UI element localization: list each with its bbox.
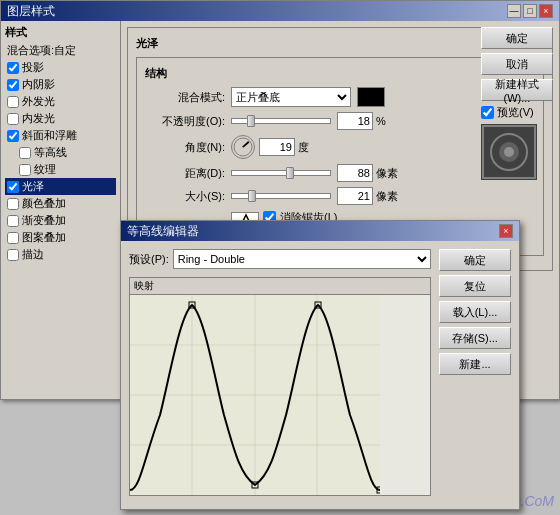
angle-row: 角度(N): 度 <box>145 135 535 159</box>
sub-new-button[interactable]: 新建... <box>439 353 511 375</box>
maximize-button[interactable]: □ <box>523 4 537 18</box>
new-style-button[interactable]: 新建样式(W)... <box>481 79 553 101</box>
style-item-color-overlay[interactable]: 颜色叠加 <box>5 195 116 212</box>
texture-label: 纹理 <box>34 162 56 177</box>
style-item-waifaguang[interactable]: 外发光 <box>5 93 116 110</box>
size-row: 大小(S): 像素 <box>145 187 535 205</box>
svg-point-0 <box>234 138 252 156</box>
pattern-overlay-checkbox[interactable] <box>7 232 19 244</box>
touying-label: 投影 <box>22 60 44 75</box>
svg-point-6 <box>504 147 514 157</box>
ok-button[interactable]: 确定 <box>481 27 553 49</box>
size-unit: 像素 <box>376 189 398 204</box>
angle-label: 角度(N): <box>145 140 225 155</box>
style-item-touying[interactable]: 投影 <box>5 59 116 76</box>
contour-checkbox[interactable] <box>19 147 31 159</box>
mapping-label: 映射 <box>130 278 430 295</box>
style-item-pattern-overlay[interactable]: 图案叠加 <box>5 229 116 246</box>
preset-select[interactable]: Ring - Double <box>173 249 431 269</box>
preset-label: 预设(P): <box>129 252 169 267</box>
curve-canvas[interactable] <box>130 295 380 495</box>
mixed-options-label: 混合选项:自定 <box>7 43 76 58</box>
opacity-unit: % <box>376 115 386 127</box>
stroke-checkbox[interactable] <box>7 249 19 261</box>
style-item-neifaguang[interactable]: 内发光 <box>5 110 116 127</box>
right-buttons: 确定 取消 新建样式(W)... 预览(V) <box>481 27 553 180</box>
waifaguang-checkbox[interactable] <box>7 96 19 108</box>
sub-load-button[interactable]: 载入(L)... <box>439 301 511 323</box>
stroke-label: 描边 <box>22 247 44 262</box>
sub-dialog-body: 预设(P): Ring - Double 映射 <box>121 241 519 504</box>
preview-checkbox[interactable] <box>481 106 494 119</box>
minimize-button[interactable]: — <box>507 4 521 18</box>
svg-line-1 <box>243 142 249 147</box>
contour-label: 等高线 <box>34 145 67 160</box>
touying-checkbox[interactable] <box>7 62 19 74</box>
size-slider[interactable] <box>231 193 331 199</box>
preview-label: 预览(V) <box>497 105 534 120</box>
mixed-options-item[interactable]: 混合选项:自定 <box>5 42 116 59</box>
distance-unit: 像素 <box>376 166 398 181</box>
gloss-label: 光泽 <box>22 179 44 194</box>
neifaguang-label: 内发光 <box>22 111 55 126</box>
angle-unit: 度 <box>298 140 309 155</box>
angle-input[interactable] <box>259 138 295 156</box>
pattern-overlay-label: 图案叠加 <box>22 230 66 245</box>
opacity-label: 不透明度(O): <box>145 114 225 129</box>
waifaguang-label: 外发光 <box>22 94 55 109</box>
style-item-bevel[interactable]: 斜面和浮雕 <box>5 127 116 144</box>
style-item-stroke[interactable]: 描边 <box>5 246 116 263</box>
gloss-checkbox[interactable] <box>7 181 19 193</box>
blend-mode-select[interactable]: 正片叠底 <box>231 87 351 107</box>
sub-title-bar: 等高线编辑器 × <box>121 221 519 241</box>
distance-label: 距离(D): <box>145 166 225 181</box>
bevel-checkbox[interactable] <box>7 130 19 142</box>
sub-save-button[interactable]: 存储(S)... <box>439 327 511 349</box>
style-item-gloss[interactable]: 光泽 <box>5 178 116 195</box>
texture-checkbox[interactable] <box>19 164 31 176</box>
main-title-bar: 图层样式 — □ × <box>1 1 559 21</box>
distance-slider[interactable] <box>231 170 331 176</box>
sub-ok-button[interactable]: 确定 <box>439 249 511 271</box>
styles-panel-title: 样式 <box>5 25 116 40</box>
distance-input[interactable] <box>337 164 373 182</box>
opacity-input[interactable] <box>337 112 373 130</box>
neifaguang-checkbox[interactable] <box>7 113 19 125</box>
distance-row: 距离(D): 像素 <box>145 164 535 182</box>
preview-row: 预览(V) <box>481 105 553 120</box>
sub-right-panel: 确定 复位 载入(L)... 存储(S)... 新建... <box>439 249 511 496</box>
contour-editor-dialog: 等高线编辑器 × 预设(P): Ring - Double 映射 <box>120 220 520 510</box>
blend-mode-label: 混合模式: <box>145 90 225 105</box>
sub-dialog-title: 等高线编辑器 <box>127 223 199 240</box>
sub-left-panel: 预设(P): Ring - Double 映射 <box>129 249 431 496</box>
style-item-texture[interactable]: 纹理 <box>5 161 116 178</box>
structure-title: 结构 <box>145 66 535 81</box>
color-swatch[interactable] <box>357 87 385 107</box>
opacity-row: 不透明度(O): % <box>145 112 535 130</box>
color-overlay-label: 颜色叠加 <box>22 196 66 211</box>
size-label: 大小(S): <box>145 189 225 204</box>
cancel-button[interactable]: 取消 <box>481 53 553 75</box>
opacity-slider[interactable] <box>231 118 331 124</box>
title-bar-buttons: — □ × <box>507 4 553 18</box>
preset-row: 预设(P): Ring - Double <box>129 249 431 269</box>
sub-reset-button[interactable]: 复位 <box>439 275 511 297</box>
angle-dial[interactable] <box>231 135 255 159</box>
gradient-overlay-checkbox[interactable] <box>7 215 19 227</box>
blend-mode-row: 混合模式: 正片叠底 <box>145 87 535 107</box>
neiyinying-label: 内阴影 <box>22 77 55 92</box>
size-input[interactable] <box>337 187 373 205</box>
main-dialog-title: 图层样式 <box>7 3 55 20</box>
gradient-overlay-label: 渐变叠加 <box>22 213 66 228</box>
style-item-neiyinying[interactable]: 内阴影 <box>5 76 116 93</box>
bevel-label: 斜面和浮雕 <box>22 128 77 143</box>
close-sub-button[interactable]: × <box>499 224 513 238</box>
styles-panel: 样式 混合选项:自定 投影 内阴影 外发光 内发光 斜面和浮 <box>1 21 121 399</box>
color-overlay-checkbox[interactable] <box>7 198 19 210</box>
close-main-button[interactable]: × <box>539 4 553 18</box>
style-item-gradient-overlay[interactable]: 渐变叠加 <box>5 212 116 229</box>
mapping-box: 映射 <box>129 277 431 496</box>
neiyinying-checkbox[interactable] <box>7 79 19 91</box>
style-item-contour[interactable]: 等高线 <box>5 144 116 161</box>
preview-thumbnail <box>481 124 537 180</box>
